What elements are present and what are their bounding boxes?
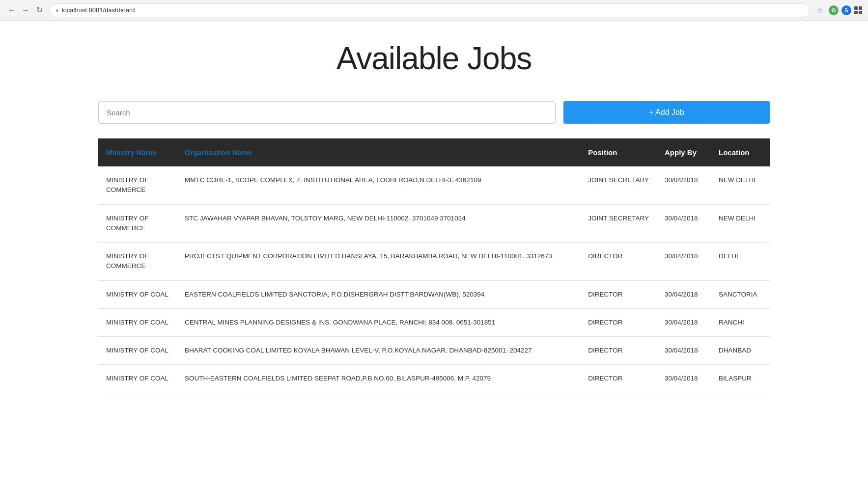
extension-grid-icon[interactable] <box>854 6 862 14</box>
cell-position: DIRECTOR <box>580 243 657 281</box>
table-row[interactable]: MINISTRY OF COALCENTRAL MINES PLANNING D… <box>98 308 770 336</box>
cell-location: DELHI <box>711 243 770 281</box>
page-content: Available Jobs + Add Job Ministry Name O… <box>0 21 868 413</box>
table-row[interactable]: MINISTRY OF COMMERCESTC JAWAHAR VYAPAR B… <box>98 204 770 243</box>
cell-location: BILASPUR <box>711 365 770 393</box>
cell-applyby: 30/04/2018 <box>657 337 711 365</box>
toolbar: + Add Job <box>98 101 770 124</box>
table-row[interactable]: MINISTRY OF COMMERCEMMTC CORE-1, SCOPE C… <box>98 166 770 204</box>
col-header-location: Location <box>711 138 770 166</box>
lock-icon: ● <box>56 7 59 13</box>
add-job-label: + Add Job <box>649 108 684 117</box>
browser-actions: ☆ G S <box>814 4 862 16</box>
cell-ministry: MINISTRY OF COMMERCE <box>98 204 177 243</box>
cell-org: CENTRAL MINES PLANNING DESIGNES & INS. G… <box>177 308 580 336</box>
extension-green-icon[interactable]: G <box>829 5 839 15</box>
page-title: Available Jobs <box>98 40 770 77</box>
table-row[interactable]: MINISTRY OF COALBHARAT COOKING COAL LIMI… <box>98 337 770 365</box>
cell-position: JOINT SECRETARY <box>580 166 657 204</box>
cell-ministry: MINISTRY OF COAL <box>98 308 177 336</box>
forward-button[interactable]: → <box>20 4 31 16</box>
cell-location: RANCHI <box>711 308 770 336</box>
cell-org: SOUTH-EASTERN COALFIELDS LIMITED SEEPAT … <box>177 365 580 393</box>
cell-ministry: MINISTRY OF COAL <box>98 337 177 365</box>
jobs-table: Ministry Name Organisation Name Position… <box>98 138 770 393</box>
cell-ministry: MINISTRY OF COAL <box>98 365 177 393</box>
cell-position: DIRECTOR <box>580 280 657 308</box>
cell-ministry: MINISTRY OF COAL <box>98 280 177 308</box>
url-text: localhost:8081/dashboard <box>62 6 135 14</box>
table-header: Ministry Name Organisation Name Position… <box>98 138 770 166</box>
cell-org: EASTERN COALFIELDS LIMITED SANCTORIA, P.… <box>177 280 580 308</box>
nav-buttons: ← → ↻ <box>6 4 45 16</box>
cell-position: JOINT SECRETARY <box>580 204 657 243</box>
col-header-org: Organisation Name <box>177 138 580 166</box>
table-row[interactable]: MINISTRY OF COALSOUTH-EASTERN COALFIELDS… <box>98 365 770 393</box>
cell-org: BHARAT COOKING COAL LIMITED KOYALA BHAWA… <box>177 337 580 365</box>
cell-location: DHANBAD <box>711 337 770 365</box>
cell-applyby: 30/04/2018 <box>657 280 711 308</box>
extension-blue-icon[interactable]: S <box>841 5 851 15</box>
col-header-position: Position <box>580 138 657 166</box>
refresh-button[interactable]: ↻ <box>33 4 45 16</box>
table-header-row: Ministry Name Organisation Name Position… <box>98 138 770 166</box>
cell-applyby: 30/04/2018 <box>657 243 711 281</box>
table-body: MINISTRY OF COMMERCEMMTC CORE-1, SCOPE C… <box>98 166 770 393</box>
cell-applyby: 30/04/2018 <box>657 308 711 336</box>
cell-ministry: MINISTRY OF COMMERCE <box>98 166 177 204</box>
cell-applyby: 30/04/2018 <box>657 166 711 204</box>
cell-org: PROJECTS EQUIPMENT CORPORATION LIMITED H… <box>177 243 580 281</box>
col-header-applyby: Apply By <box>657 138 711 166</box>
cell-location: NEW DELHI <box>711 204 770 243</box>
cell-applyby: 30/04/2018 <box>657 204 711 243</box>
cell-position: DIRECTOR <box>580 308 657 336</box>
bookmark-button[interactable]: ☆ <box>814 4 826 16</box>
col-header-ministry: Ministry Name <box>98 138 177 166</box>
cell-org: STC JAWAHAR VYAPAR BHAVAN, TOLSTOY MARG,… <box>177 204 580 243</box>
browser-chrome: ← → ↻ ● localhost:8081/dashboard ☆ G S <box>0 0 868 21</box>
table-row[interactable]: MINISTRY OF COMMERCEPROJECTS EQUIPMENT C… <box>98 243 770 281</box>
address-bar[interactable]: ● localhost:8081/dashboard <box>49 3 810 17</box>
cell-position: DIRECTOR <box>580 337 657 365</box>
cell-position: DIRECTOR <box>580 365 657 393</box>
cell-location: NEW DELHI <box>711 166 770 204</box>
cell-org: MMTC CORE-1, SCOPE COMPLEX, 7, INSTITUTI… <box>177 166 580 204</box>
table-row[interactable]: MINISTRY OF COALEASTERN COALFIELDS LIMIT… <box>98 280 770 308</box>
back-button[interactable]: ← <box>6 4 18 16</box>
cell-ministry: MINISTRY OF COMMERCE <box>98 243 177 281</box>
cell-location: SANCTORIA <box>711 280 770 308</box>
cell-applyby: 30/04/2018 <box>657 365 711 393</box>
add-job-button[interactable]: + Add Job <box>563 101 770 124</box>
search-input[interactable] <box>98 101 556 124</box>
